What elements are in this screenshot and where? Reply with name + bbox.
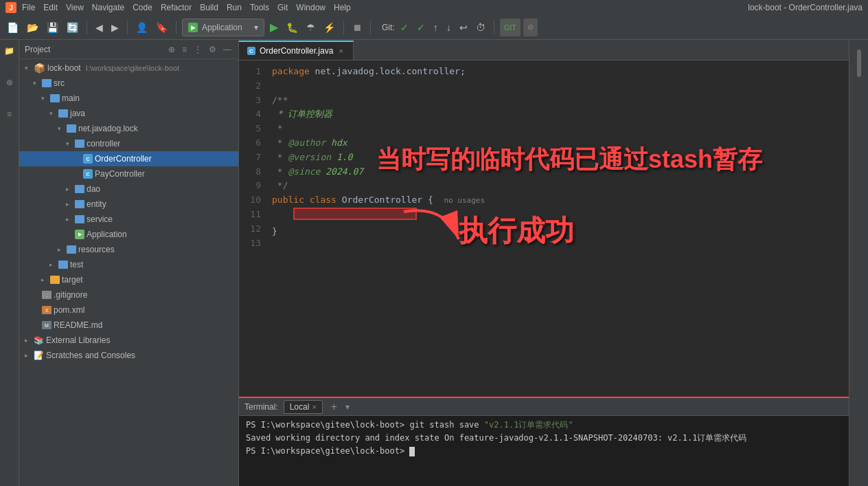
service-folder-icon: [75, 215, 84, 223]
terminal-tab-local[interactable]: Local ×: [284, 400, 323, 414]
run-config-label: Application: [202, 23, 242, 32]
tree-resources[interactable]: resources: [19, 242, 238, 257]
menubar[interactable]: File Edit View Navigate Code Refactor Bu…: [22, 3, 351, 12]
toolbar-back-btn[interactable]: ◀: [93, 19, 106, 36]
toolbar-save-btn[interactable]: 💾: [44, 19, 61, 36]
toolbar-sep-5: [370, 21, 371, 34]
code-editor[interactable]: 12345678910111213 package net.javadog.lo…: [239, 60, 849, 397]
tree-application[interactable]: ▶ Application: [19, 227, 238, 242]
editor-tab-order[interactable]: C OrderController.java ×: [239, 41, 354, 60]
terminal-new-btn[interactable]: +: [328, 401, 340, 413]
panel-close-btn[interactable]: —: [222, 43, 233, 56]
tree-controller[interactable]: controller: [19, 136, 238, 151]
commit-icon[interactable]: ⊕: [1, 74, 18, 91]
tree-gitignore[interactable]: . .gitignore: [19, 287, 238, 302]
menu-refactor[interactable]: Refactor: [161, 3, 192, 12]
test-arrow: [49, 261, 56, 268]
run-config-dropdown[interactable]: ▶ Application ▾: [182, 19, 264, 36]
tree-external-libs[interactable]: 📚 External Libraries: [19, 333, 238, 348]
git-status-green[interactable]: GIT: [500, 19, 521, 36]
tree-service[interactable]: service: [19, 212, 238, 227]
toolbar-new-btn[interactable]: 📄: [4, 19, 21, 36]
toolbar-sep-4: [343, 21, 344, 34]
package-label: net.javadog.lock: [78, 124, 138, 133]
menu-build[interactable]: Build: [200, 3, 218, 12]
tree-dao[interactable]: dao: [19, 181, 238, 197]
tree-pay-controller[interactable]: C PayController: [19, 166, 238, 181]
scratches-label: Scratches and Consoles: [46, 351, 135, 360]
terminal-dropdown-btn[interactable]: ▾: [345, 402, 350, 412]
src-folder-icon: [42, 79, 52, 87]
panel-add-btn[interactable]: ⊕: [167, 43, 176, 56]
java-arrow: [49, 110, 56, 117]
terminal-line-3: PS I:\workspace\gitee\lock-boot>: [246, 445, 842, 458]
tree-test[interactable]: test: [19, 257, 238, 272]
terminal-panel: Terminal: Local × + ▾ PS I:\workspace\gi…: [239, 397, 849, 486]
editor-scrollbar[interactable]: [856, 43, 862, 486]
tree-entity[interactable]: entity: [19, 197, 238, 212]
git-history-btn[interactable]: ⏱: [473, 19, 488, 36]
git-push-btn[interactable]: ↑: [431, 19, 441, 36]
tab-close-btn[interactable]: ×: [337, 46, 344, 56]
run-btn[interactable]: ▶: [267, 19, 281, 36]
toolbar-sep-3: [176, 21, 176, 34]
coverage-btn[interactable]: ☂: [304, 19, 318, 36]
debug-btn[interactable]: 🐛: [284, 19, 301, 36]
stop-btn[interactable]: ⏹: [350, 19, 365, 36]
run-config-arrow: ▾: [254, 23, 258, 32]
structure-icon[interactable]: ≡: [1, 106, 18, 122]
git-undo-btn[interactable]: ↩: [457, 19, 470, 36]
menu-window[interactable]: Window: [296, 3, 326, 12]
scrollbar-thumb[interactable]: [857, 49, 861, 77]
main-folder-icon: [50, 94, 60, 102]
tree-root[interactable]: 📦 lock-boot I:\workspace\gitee\lock-boot: [19, 60, 238, 76]
code-content[interactable]: package net.javadog.lock.controller; /**…: [266, 60, 849, 397]
toolbar: 📄 📂 💾 🔄 ◀ ▶ 👤 🔖 ▶ Application ▾ ▶ 🐛 ☂ ⚡ …: [0, 15, 868, 40]
tree-pom[interactable]: X pom.xml: [19, 302, 238, 318]
project-view-icon[interactable]: 📁: [1, 43, 18, 59]
tree-scratches[interactable]: 📝 Scratches and Consoles: [19, 348, 238, 363]
git-status-gray[interactable]: ⊘: [523, 19, 538, 36]
tree-order-controller[interactable]: C OrderController: [19, 151, 238, 166]
toolbar-bookmark-btn[interactable]: 🔖: [153, 19, 170, 36]
menu-navigate[interactable]: Navigate: [92, 3, 124, 12]
main-label: main: [62, 93, 80, 103]
menu-view[interactable]: View: [66, 3, 84, 12]
dao-arrow: [66, 186, 73, 192]
app-logo: J: [5, 2, 16, 13]
toolbar-open-btn[interactable]: 📂: [24, 19, 41, 36]
controller-arrow: [66, 140, 73, 147]
menu-help[interactable]: Help: [334, 3, 351, 12]
terminal-tab-close[interactable]: ×: [312, 403, 316, 411]
tree-readme[interactable]: M README.md: [19, 318, 238, 333]
panel-compact-btn[interactable]: ⋮: [192, 43, 203, 56]
profile-btn[interactable]: ⚡: [321, 19, 338, 36]
tree-target[interactable]: target: [19, 272, 238, 287]
readme-label: README.md: [54, 320, 102, 330]
terminal-tabs: Terminal: Local × + ▾: [239, 398, 849, 416]
git-check2-btn[interactable]: ✓: [414, 19, 428, 36]
git-pull-btn[interactable]: ↓: [444, 19, 454, 36]
menu-file[interactable]: File: [22, 3, 35, 12]
entity-folder-icon: [75, 200, 84, 208]
tree-java[interactable]: java: [19, 106, 238, 121]
tree-src[interactable]: src: [19, 76, 238, 91]
terminal-label: Terminal:: [244, 402, 278, 412]
src-arrow: [33, 80, 40, 87]
menu-edit[interactable]: Edit: [43, 3, 58, 12]
panel-sort-btn[interactable]: ≡: [181, 43, 188, 56]
terminal-content[interactable]: PS I:\workspace\gitee\lock-boot> git sta…: [239, 416, 849, 486]
menu-git[interactable]: Git: [277, 3, 288, 12]
toolbar-forward-btn[interactable]: ▶: [108, 19, 122, 36]
toolbar-sync-btn[interactable]: 🔄: [64, 19, 81, 36]
menu-tools[interactable]: Tools: [250, 3, 269, 12]
git-check-btn[interactable]: ✓: [398, 19, 411, 36]
ext-label: External Libraries: [46, 335, 110, 345]
menu-code[interactable]: Code: [133, 3, 152, 12]
tree-main[interactable]: main: [19, 91, 238, 106]
tree-package[interactable]: net.javadog.lock: [19, 121, 238, 136]
toolbar-user-btn[interactable]: 👤: [133, 19, 150, 36]
target-label: target: [62, 275, 83, 285]
menu-run[interactable]: Run: [227, 3, 242, 12]
panel-settings-btn[interactable]: ⚙: [207, 43, 218, 56]
